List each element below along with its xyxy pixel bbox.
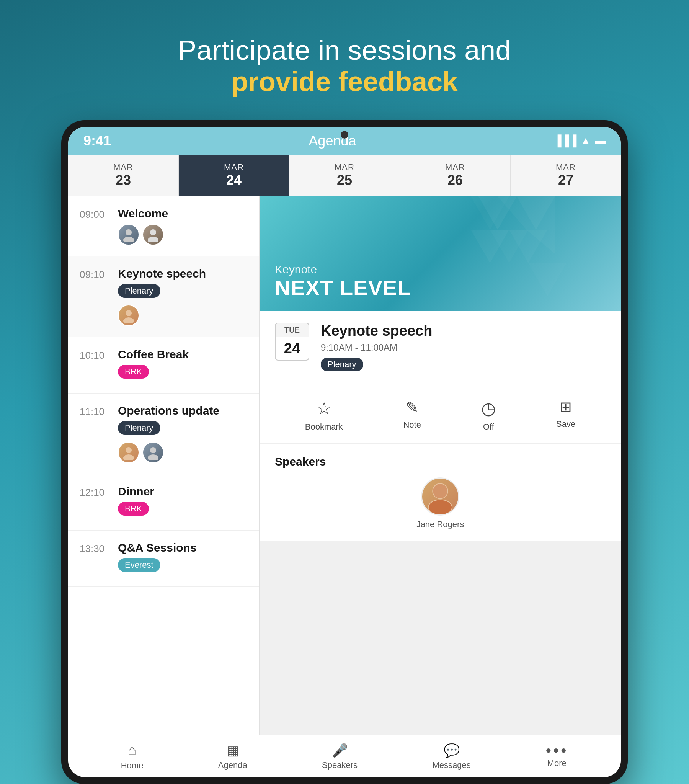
tag-brk: BRK [118, 365, 149, 379]
nav-speakers[interactable]: 🎤 Speakers [322, 743, 358, 770]
messages-icon: 💬 [443, 743, 460, 758]
header-line1: Participate in sessions and [178, 35, 511, 66]
date-tab-mar23[interactable]: MAR 23 [68, 155, 179, 196]
agenda-time: 13:30 [80, 541, 110, 576]
svg-point-4 [125, 310, 132, 316]
agenda-body: Coffee Break BRK [118, 348, 248, 382]
save-icon: ⊞ [560, 399, 572, 415]
session-info: Keynote speech 9:10AM - 11:00AM Plenary [321, 323, 605, 375]
agenda-item-coffee[interactable]: 10:10 Coffee Break BRK [68, 337, 259, 394]
nav-agenda[interactable]: ▦ Agenda [218, 743, 247, 770]
speakers-icon: 🎤 [332, 743, 348, 758]
nav-messages[interactable]: 💬 Messages [432, 743, 470, 770]
agenda-item-keynote[interactable]: 09:10 Keynote speech Plenary [68, 257, 259, 337]
save-label: Save [556, 419, 575, 429]
agenda-item-dinner[interactable]: 12:10 Dinner BRK [68, 474, 259, 530]
day-label: 24 [183, 172, 285, 188]
signal-icon: ▐▐▐ [554, 135, 577, 147]
status-icons: ▐▐▐ ▲ ▬ [554, 135, 605, 147]
svg-point-3 [148, 237, 158, 242]
date-tab-mar27[interactable]: MAR 27 [511, 155, 621, 196]
session-time: 9:10AM - 11:00AM [321, 342, 605, 353]
month-label: MAR [293, 162, 396, 172]
session-tag: Plenary [321, 357, 363, 371]
agenda-item-qa[interactable]: 13:30 Q&A Sessions Everest [68, 530, 259, 587]
nav-more[interactable]: ●●● More [546, 744, 568, 768]
date-tab-mar25[interactable]: MAR 25 [289, 155, 400, 196]
nav-messages-label: Messages [432, 760, 470, 770]
tag-plenary: Plenary [118, 421, 160, 435]
agenda-body: Dinner BRK [118, 485, 248, 519]
tag-brk: BRK [118, 502, 149, 516]
agenda-title: Operations update [118, 404, 248, 417]
nav-home-label: Home [121, 761, 143, 771]
bookmark-icon: ☆ [316, 399, 331, 418]
agenda-item-operations[interactable]: 11:10 Operations update Plenary [68, 394, 259, 474]
speaker-avatar [421, 478, 459, 516]
bookmark-label: Bookmark [305, 422, 343, 432]
keynote-hero: Keynote NEXT LEVEL [259, 196, 621, 311]
more-icon: ●●● [546, 744, 568, 756]
off-action[interactable]: ◷ Off [481, 399, 496, 432]
main-content: 09:00 Welcome [68, 196, 621, 735]
battery-icon: ▬ [595, 135, 605, 147]
month-label: MAR [72, 162, 175, 172]
session-dom: 24 [275, 337, 308, 360]
agenda-time: 11:10 [80, 404, 110, 463]
month-label: MAR [514, 162, 617, 172]
date-tabs: MAR 23 MAR 24 MAR 25 MAR 26 MAR 27 [68, 155, 621, 196]
agenda-title: Welcome [118, 207, 248, 220]
agenda-time: 09:00 [80, 207, 110, 245]
date-tab-mar26[interactable]: MAR 26 [400, 155, 511, 196]
tablet-camera [341, 131, 348, 138]
note-label: Note [403, 420, 421, 430]
day-label: 23 [72, 172, 175, 188]
tablet: 9:41 Agenda ▐▐▐ ▲ ▬ MAR 23 MAR 24 MAR 25 [61, 120, 628, 784]
svg-point-5 [123, 317, 134, 323]
status-title: Agenda [308, 133, 356, 149]
agenda-time: 09:10 [80, 267, 110, 326]
agenda-time: 12:10 [80, 485, 110, 519]
svg-point-9 [148, 455, 158, 460]
status-time: 9:41 [84, 133, 111, 149]
bottom-nav: ⌂ Home ▦ Agenda 🎤 Speakers 💬 Messages ●●… [68, 735, 621, 777]
note-action[interactable]: ✎ Note [403, 399, 421, 432]
svg-point-1 [123, 237, 134, 242]
agenda-avatars [118, 305, 248, 326]
agenda-title: Keynote speech [118, 267, 248, 280]
off-label: Off [483, 422, 494, 432]
tag-everest: Everest [118, 558, 160, 572]
agenda-title: Coffee Break [118, 348, 248, 361]
bookmark-action[interactable]: ☆ Bookmark [305, 399, 343, 432]
day-label: 26 [404, 172, 506, 188]
agenda-item-welcome[interactable]: 09:00 Welcome [68, 196, 259, 257]
svg-point-20 [433, 484, 447, 498]
agenda-body: Keynote speech Plenary [118, 267, 248, 326]
keynote-title: NEXT LEVEL [275, 276, 605, 300]
date-tab-mar24[interactable]: MAR 24 [179, 155, 289, 196]
session-date-box: TUE 24 [275, 323, 309, 361]
avatar [118, 305, 139, 326]
action-row: ☆ Bookmark ✎ Note ◷ Off ⊞ Save [259, 387, 621, 444]
svg-point-2 [150, 229, 156, 236]
home-icon: ⌂ [128, 742, 137, 758]
agenda-list: 09:00 Welcome [68, 196, 259, 735]
agenda-body: Q&A Sessions Everest [118, 541, 248, 576]
agenda-avatars [118, 224, 248, 245]
avatar [118, 442, 139, 463]
avatar [142, 224, 164, 245]
day-label: 27 [514, 172, 617, 188]
svg-point-8 [150, 447, 156, 453]
month-label: MAR [404, 162, 506, 172]
nav-home[interactable]: ⌂ Home [121, 742, 143, 771]
keynote-subtitle: Keynote [275, 263, 605, 276]
page-header: Participate in sessions and provide feed… [178, 35, 511, 97]
agenda-icon: ▦ [227, 743, 239, 758]
agenda-avatars [118, 442, 248, 463]
svg-point-21 [429, 500, 452, 514]
save-action[interactable]: ⊞ Save [556, 399, 575, 432]
speaker-card[interactable]: Jane Rogers [275, 478, 605, 529]
speakers-title: Speakers [275, 455, 605, 468]
svg-point-0 [125, 229, 132, 236]
nav-more-label: More [547, 758, 567, 768]
